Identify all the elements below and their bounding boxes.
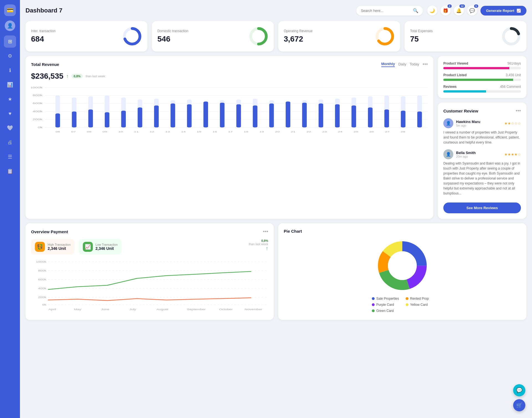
middle-row: Total Revenue Monthly Daily Today ••• $2…: [25, 56, 526, 219]
cart-float-button[interactable]: 🛒: [513, 399, 525, 411]
revenue-bar-chart: 1000k 800k 600k 400k 200k 0k 06 07 08 09…: [31, 85, 428, 135]
sidebar-item-dashboard[interactable]: ⊞: [4, 35, 16, 48]
stat-info-1: Domestic transaction 546: [157, 29, 188, 43]
revenue-tabs: Monthly Daily Today •••: [381, 61, 428, 67]
tab-today[interactable]: Today: [410, 62, 419, 67]
see-more-reviews-button[interactable]: See More Reviews: [443, 202, 521, 213]
svg-text:21: 21: [291, 130, 295, 133]
message-notification-button[interactable]: 💬 5: [467, 6, 477, 16]
support-icon: 💬: [516, 387, 522, 393]
review-stars-0: ★★☆☆☆: [504, 121, 521, 126]
theme-toggle-button[interactable]: 🌙: [427, 6, 437, 16]
payment-pct-sub: than last week: [249, 242, 268, 246]
progress-reviews: [443, 90, 521, 93]
svg-rect-39: [203, 101, 208, 127]
metric-product-viewed-row: Product Viewed 561/days: [443, 61, 521, 65]
sidebar-item-star[interactable]: ★: [4, 93, 16, 105]
legend-dot-purple: [372, 303, 375, 306]
sidebar-item-print[interactable]: 🖨: [4, 136, 16, 148]
revenue-title: Total Revenue: [31, 62, 59, 67]
svg-rect-65: [417, 111, 422, 127]
svg-text:07: 07: [71, 130, 76, 133]
stat-card-operating-revenue: Operating Revenue 3,672: [278, 21, 400, 52]
high-transaction-info: High Transaction 2,346 Unit: [48, 243, 71, 251]
svg-text:1000k: 1000k: [36, 260, 47, 263]
tab-monthly[interactable]: Monthly: [381, 62, 395, 67]
stat-value-2: 3,672: [284, 35, 313, 43]
legend-green-card: Green Card: [372, 309, 399, 313]
overview-line-chart: 1000k 800k 600k 400k 200k 0k April May J…: [31, 259, 268, 314]
sidebar-avatar[interactable]: 👤: [5, 20, 15, 31]
pie-chart-title: Pie Chart: [284, 229, 302, 234]
gift-notification-button[interactable]: 🎁 2: [441, 6, 451, 16]
stat-card-domestic-transaction: Domestic transaction 546: [152, 21, 274, 52]
customer-review-card: Customer Review ••• 👤 Hawkins Maru 5m ag…: [438, 102, 526, 219]
sidebar-item-list[interactable]: 📋: [4, 165, 16, 177]
dashboard-icon: ⊞: [8, 39, 12, 45]
header-icons: 🌙 🎁 2 🔔 12 💬 5 Generate Report 📈: [427, 6, 526, 16]
line-chart-svg: 1000k 800k 600k 400k 200k 0k April May J…: [31, 259, 268, 314]
stat-value-1: 546: [157, 35, 188, 43]
search-box[interactable]: 🔍: [356, 6, 423, 16]
high-transaction-label: High Transaction: [48, 243, 71, 246]
payment-pct-info: 0,8% than last week ↑: [249, 239, 268, 252]
settings-icon: ⚙: [8, 53, 12, 59]
review-text-0: I viewed a number of properties with Jus…: [443, 130, 521, 145]
pie-legend: Sale Properties Rented Prop Purple Card …: [372, 297, 433, 313]
svg-text:13: 13: [165, 130, 170, 133]
overview-payment-title: Overview Payment: [31, 229, 68, 234]
overview-payment-card: Overview Payment ••• 💱 High Transaction …: [25, 223, 274, 320]
wishlist-icon: 🤍: [7, 125, 13, 131]
svg-text:06: 06: [55, 130, 60, 133]
bell-notification-button[interactable]: 🔔 12: [454, 6, 464, 16]
search-input[interactable]: [361, 9, 411, 13]
low-transaction-icon: 📈: [83, 242, 93, 252]
sidebar-item-heart[interactable]: ♥: [4, 107, 16, 120]
svg-text:August: August: [156, 308, 168, 311]
revenue-sub-label: than last week: [86, 75, 105, 78]
sidebar-item-menu[interactable]: ☰: [4, 151, 16, 163]
legend-rented-prop: Rented Prop: [406, 297, 433, 301]
donut-2: [375, 27, 395, 46]
review-time-1: 20m ago: [456, 155, 476, 158]
bell-badge: 12: [459, 4, 465, 8]
svg-text:17: 17: [228, 130, 233, 133]
legend-label-yellow: Yellow Card: [410, 303, 428, 307]
sidebar-item-wishlist[interactable]: 🤍: [4, 122, 16, 134]
sidebar-item-settings[interactable]: ⚙: [4, 50, 16, 62]
legend-purple-card: Purple Card: [372, 303, 399, 307]
review-menu-icon[interactable]: •••: [516, 108, 521, 114]
stat-label-0: Inter. transaction: [31, 29, 56, 33]
legend-label-rented: Rented Prop: [410, 297, 429, 301]
revenue-chart-card: Total Revenue Monthly Daily Today ••• $2…: [25, 56, 433, 219]
svg-text:800k: 800k: [33, 94, 43, 97]
page-title: Dashboard 7: [25, 7, 352, 14]
pie-chart-svg: [375, 238, 430, 293]
sidebar-logo[interactable]: 💳: [4, 4, 16, 16]
stat-info-0: Inter. transaction 684: [31, 29, 56, 43]
donut-1: [249, 27, 268, 46]
low-transaction-badge: 📈 Low Transaction 2,346 Unit: [79, 239, 122, 255]
review-item-1: 👤 Bella Smith 20m ago ★★★★☆ Dealing with…: [443, 149, 521, 196]
legend-dot-green: [372, 309, 375, 312]
chart-icon: 📈: [516, 9, 521, 13]
review-name-0: Hawkins Maru: [456, 120, 480, 124]
legend-sale-properties: Sale Properties: [372, 297, 399, 301]
tab-daily[interactable]: Daily: [398, 62, 406, 67]
svg-rect-21: [55, 114, 60, 127]
metric-product-listed-value: 3,456 Unit: [506, 73, 521, 77]
overview-payment-menu-icon[interactable]: •••: [263, 229, 268, 235]
stat-value-0: 684: [31, 35, 56, 43]
support-float-button[interactable]: 💬: [513, 384, 525, 396]
svg-text:23: 23: [322, 130, 327, 133]
main-content: Dashboard 7 🔍 🌙 🎁 2 🔔 12 💬 5 Generate Re: [20, 0, 532, 418]
sidebar-item-info[interactable]: ℹ: [4, 64, 16, 76]
sidebar-item-analytics[interactable]: 📊: [4, 79, 16, 91]
list-icon: 📋: [7, 168, 13, 174]
generate-report-button[interactable]: Generate Report 📈: [480, 6, 526, 16]
svg-text:200k: 200k: [38, 296, 46, 298]
svg-rect-63: [401, 111, 406, 127]
revenue-menu-icon[interactable]: •••: [423, 61, 428, 67]
svg-text:18: 18: [244, 130, 249, 133]
svg-text:27: 27: [385, 130, 390, 133]
